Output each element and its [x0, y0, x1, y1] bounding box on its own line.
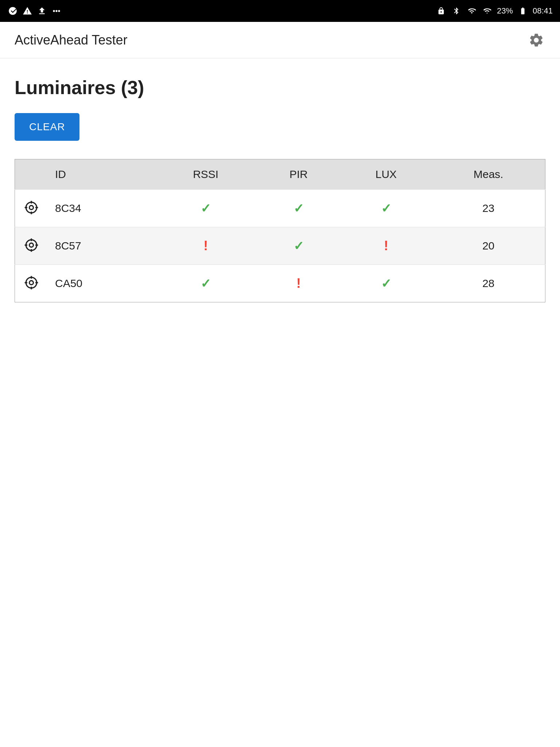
status-bar: ••• 23% 08:41: [0, 0, 560, 22]
svg-point-6: [26, 240, 36, 250]
settings-button[interactable]: [527, 31, 545, 49]
check-icon: ✓: [201, 201, 211, 215]
col-header-lux: LUX: [341, 159, 432, 190]
svg-point-12: [26, 277, 36, 288]
app-title: ActiveAhead Tester: [15, 32, 128, 48]
luminaire-lux-status: !: [341, 227, 432, 265]
col-header-icon: [15, 159, 48, 190]
battery-icon: [517, 5, 528, 16]
check-icon: ✓: [381, 276, 391, 290]
target-icon: [22, 274, 40, 292]
table-row[interactable]: 8C57!✓!20: [15, 227, 545, 265]
luminaire-id: 8C34: [48, 190, 155, 227]
check-icon: ✓: [381, 201, 391, 215]
upload-icon: [36, 5, 47, 16]
table-row[interactable]: CA50✓!✓28: [15, 265, 545, 302]
app-bar: ActiveAhead Tester: [0, 22, 560, 58]
status-bar-right: 23% 08:41: [436, 5, 553, 16]
luminaire-lux-status: ✓: [341, 190, 432, 227]
col-header-rssi: RSSI: [155, 159, 257, 190]
bluetooth-icon: [451, 5, 462, 16]
luminaire-rssi-status: ✓: [155, 265, 257, 302]
svg-point-7: [30, 243, 34, 247]
error-icon: !: [203, 238, 208, 253]
target-icon: [22, 236, 40, 254]
luminaire-id: CA50: [48, 265, 155, 302]
check-icon: ✓: [293, 201, 304, 215]
luminaires-table: ID RSSI PIR LUX Meas. 8C34✓✓✓23: [15, 159, 545, 302]
svg-point-13: [30, 281, 34, 285]
luminaire-icon-cell: [15, 227, 48, 265]
luminaire-id: 8C57: [48, 227, 155, 265]
lock-icon: [436, 5, 447, 16]
check-icon: ✓: [201, 276, 211, 290]
signal-icon: [482, 5, 493, 16]
time-display: 08:41: [533, 6, 553, 16]
luminaire-meas-value: 23: [432, 190, 545, 227]
svg-point-0: [26, 202, 36, 213]
luminaire-meas-value: 28: [432, 265, 545, 302]
luminaire-lux-status: ✓: [341, 265, 432, 302]
luminaire-pir-status: ✓: [257, 190, 340, 227]
battery-percent: 23%: [497, 6, 513, 16]
table-row[interactable]: 8C34✓✓✓23: [15, 190, 545, 227]
luminaire-pir-status: !: [257, 265, 340, 302]
alert-icon: [7, 5, 18, 16]
wifi-icon: [466, 5, 477, 16]
luminaire-icon-cell: [15, 190, 48, 227]
col-header-meas: Meas.: [432, 159, 545, 190]
luminaire-meas-value: 20: [432, 227, 545, 265]
error-icon: !: [384, 238, 388, 253]
luminaire-pir-status: ✓: [257, 227, 340, 265]
luminaire-icon-cell: [15, 265, 48, 302]
page-title: Luminaires (3): [15, 77, 545, 98]
status-bar-left: •••: [7, 5, 62, 16]
check-icon: ✓: [293, 239, 304, 253]
col-header-id: ID: [48, 159, 155, 190]
table-header-row: ID RSSI PIR LUX Meas.: [15, 159, 545, 190]
col-header-pir: PIR: [257, 159, 340, 190]
main-content: Luminaires (3) CLEAR ID RSSI PIR LUX Mea…: [0, 58, 560, 321]
target-icon: [22, 198, 40, 217]
luminaire-rssi-status: ✓: [155, 190, 257, 227]
luminaire-rssi-status: !: [155, 227, 257, 265]
more-dots-icon: •••: [51, 5, 62, 16]
clear-button[interactable]: CLEAR: [15, 113, 79, 141]
error-icon: !: [296, 276, 301, 291]
warning-icon: [22, 5, 33, 16]
svg-point-1: [30, 206, 34, 210]
